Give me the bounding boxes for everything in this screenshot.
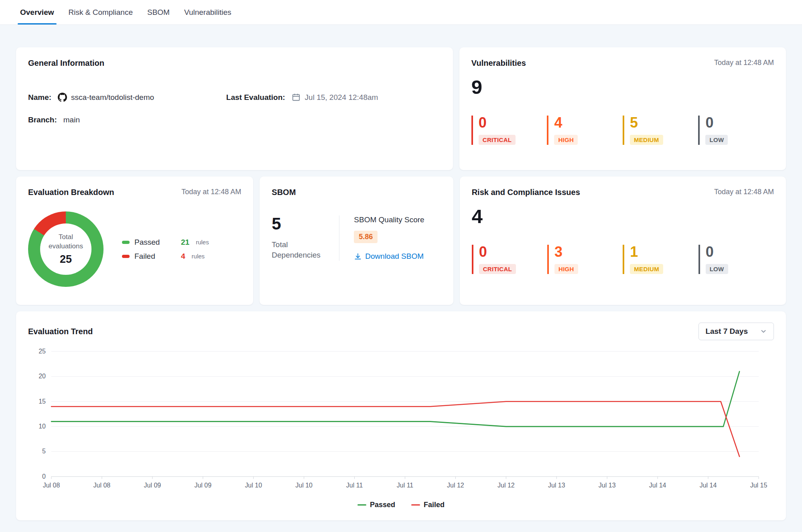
legend-failed-row: Failed 4 rules [122, 252, 209, 261]
evaluation-trend-title: Evaluation Trend [28, 327, 93, 336]
github-icon [58, 93, 67, 102]
repo-name-row: Name: ssca-team/todolist-demo [28, 93, 226, 102]
risk-compliance-card: Risk and Compliance Issues Today at 12:4… [460, 177, 786, 305]
severity-critical: 0 CRITICAL [472, 245, 547, 274]
time-range-value: Last 7 Days [705, 327, 748, 336]
svg-text:Jul 13: Jul 13 [599, 482, 616, 489]
svg-text:Jul 14: Jul 14 [700, 482, 717, 489]
calendar-icon [292, 93, 301, 102]
evaluation-legend: Passed 21 rules Failed 4 rules [122, 233, 209, 266]
svg-text:Jul 15: Jul 15 [750, 482, 767, 489]
medium-badge: MEDIUM [630, 264, 663, 274]
general-information-card: General Information Name: ssca-team/todo… [16, 47, 453, 170]
passed-line-swatch [357, 504, 366, 506]
dashboard-body: General Information Name: ssca-team/todo… [0, 25, 802, 520]
medium-count: 5 [630, 116, 698, 130]
general-information-title: General Information [28, 59, 441, 68]
svg-text:Jul 09: Jul 09 [194, 482, 211, 489]
tab-vulnerabilities[interactable]: Vulnerabilities [184, 0, 231, 24]
legend-passed-row: Passed 21 rules [122, 238, 209, 247]
download-icon [354, 252, 362, 260]
vulnerabilities-total-count: 9 [471, 77, 774, 97]
severity-high: 4 HIGH [547, 116, 623, 145]
svg-text:Jul 08: Jul 08 [93, 482, 111, 489]
low-count: 0 [705, 116, 774, 130]
svg-text:20: 20 [39, 373, 46, 380]
top-tab-bar: Overview Risk & Compliance SBOM Vulnerab… [0, 0, 802, 25]
trend-legend-failed-label: Failed [424, 501, 445, 509]
donut-center-label: Total evaluations [44, 233, 88, 250]
severity-critical: 0 CRITICAL [471, 116, 547, 145]
evaluation-trend-chart: 0510152025Jul 08Jul 08Jul 09Jul 09Jul 10… [28, 346, 774, 498]
risk-compliance-timestamp: Today at 12:48 AM [714, 188, 774, 196]
trend-legend-passed-label: Passed [370, 501, 395, 509]
evaluation-breakdown-title: Evaluation Breakdown [28, 188, 114, 197]
last-evaluation-label: Last Evaluation: [226, 93, 285, 102]
medium-count: 1 [630, 245, 698, 259]
severity-low: 0 LOW [698, 245, 774, 274]
critical-count: 0 [479, 116, 547, 130]
evaluation-trend-card: Evaluation Trend Last 7 Days 0510152025J… [16, 311, 786, 520]
low-badge: LOW [706, 264, 728, 274]
svg-text:0: 0 [42, 473, 46, 480]
risk-compliance-title: Risk and Compliance Issues [472, 188, 580, 197]
svg-text:Jul 09: Jul 09 [144, 482, 161, 489]
sbom-total-dependencies: 5 [272, 215, 339, 232]
failed-unit: rules [192, 253, 205, 260]
trend-legend: Passed Failed [28, 501, 774, 509]
time-range-dropdown[interactable]: Last 7 Days [698, 323, 774, 340]
last-evaluation-row: Last Evaluation: Jul 15, 2024 12:48am [226, 93, 441, 102]
tab-sbom[interactable]: SBOM [147, 0, 170, 24]
svg-text:10: 10 [39, 423, 46, 430]
vulnerabilities-card: Vulnerabilities Today at 12:48 AM 9 0 CR… [459, 47, 786, 170]
svg-text:25: 25 [39, 348, 46, 355]
passed-swatch [122, 241, 130, 244]
chevron-down-icon [760, 328, 767, 335]
svg-text:Jul 12: Jul 12 [497, 482, 515, 489]
download-sbom-link[interactable]: Download SBOM [354, 252, 424, 261]
last-evaluation-value: Jul 15, 2024 12:48am [305, 93, 378, 102]
risk-compliance-severity-row: 0 CRITICAL 3 HIGH 1 MEDIUM 0 LOW [472, 245, 774, 274]
medium-badge: MEDIUM [630, 135, 663, 145]
passed-label: Passed [134, 238, 176, 247]
sbom-card: SBOM 5 Total Dependencies SBOM Quality S… [260, 177, 453, 305]
svg-text:Jul 12: Jul 12 [447, 482, 464, 489]
high-count: 3 [554, 245, 623, 259]
name-label: Name: [28, 93, 51, 102]
high-badge: HIGH [554, 135, 578, 145]
branch-label: Branch: [28, 116, 57, 124]
severity-high: 3 HIGH [547, 245, 623, 274]
evaluations-donut-chart: Total evaluations 25 [28, 211, 104, 287]
low-badge: LOW [705, 135, 728, 145]
svg-text:Jul 14: Jul 14 [649, 482, 666, 489]
svg-text:5: 5 [42, 448, 46, 455]
svg-text:Jul 13: Jul 13 [548, 482, 565, 489]
high-badge: HIGH [554, 264, 578, 274]
download-sbom-label: Download SBOM [365, 252, 424, 261]
vulnerabilities-title: Vulnerabilities [471, 59, 526, 68]
svg-text:Jul 10: Jul 10 [295, 482, 313, 489]
vulnerabilities-severity-row: 0 CRITICAL 4 HIGH 5 MEDIUM 0 LOW [471, 116, 774, 145]
svg-text:Jul 10: Jul 10 [245, 482, 262, 489]
repo-name-value: ssca-team/todolist-demo [71, 93, 154, 102]
donut-total-value: 25 [60, 253, 72, 266]
critical-badge: CRITICAL [479, 264, 516, 274]
sbom-title: SBOM [272, 188, 441, 197]
svg-text:Jul 08: Jul 08 [43, 482, 60, 489]
severity-low: 0 LOW [698, 116, 774, 145]
critical-count: 0 [479, 245, 547, 259]
sbom-quality-score-value: 5.86 [354, 231, 378, 243]
donut-center: Total evaluations 25 [40, 223, 91, 275]
evaluation-breakdown-timestamp: Today at 12:48 AM [181, 188, 241, 196]
evaluation-breakdown-card: Evaluation Breakdown Today at 12:48 AM T… [16, 177, 253, 305]
tab-overview[interactable]: Overview [20, 0, 54, 24]
passed-count: 21 [181, 238, 189, 247]
failed-swatch [122, 255, 130, 258]
branch-value: main [63, 116, 80, 124]
svg-text:Jul 11: Jul 11 [346, 482, 363, 489]
tab-risk-compliance[interactable]: Risk & Compliance [69, 0, 133, 24]
sbom-quality-score-label: SBOM Quality Score [354, 215, 424, 224]
sbom-quality-block: SBOM Quality Score 5.86 Download SBOM [339, 215, 424, 261]
passed-unit: rules [196, 239, 209, 246]
severity-medium: 1 MEDIUM [623, 245, 698, 274]
